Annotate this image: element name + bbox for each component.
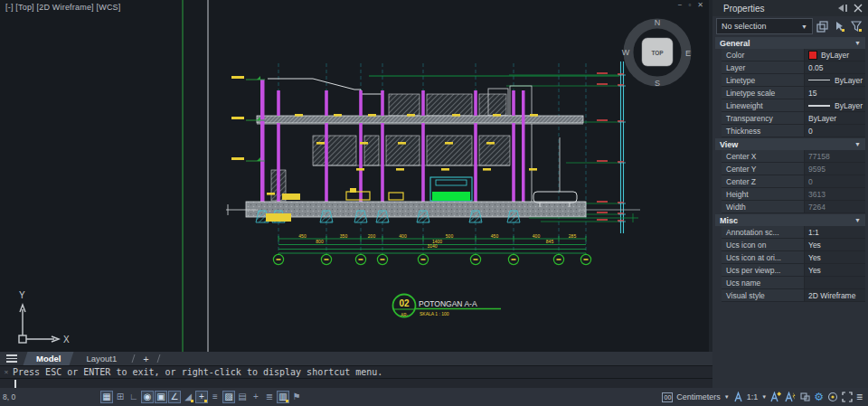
- property-row: Center Y9595: [722, 163, 865, 175]
- auto-hide-icon[interactable]: [837, 4, 849, 13]
- property-row: LineweightByLayer: [722, 99, 865, 112]
- property-label: Center Z: [722, 175, 805, 187]
- property-value[interactable]: ByLayer: [805, 49, 865, 61]
- property-row: Center Z0: [722, 175, 865, 188]
- property-value[interactable]: 0: [805, 125, 865, 137]
- property-value[interactable]: Yes: [805, 264, 865, 276]
- dynamic-input-icon[interactable]: +: [195, 391, 208, 403]
- isometric-drafting-icon[interactable]: ▣: [155, 391, 167, 403]
- section-header[interactable]: Misc▼: [715, 214, 865, 226]
- property-label: Ucs icon on: [722, 239, 805, 250]
- property-row: Ucs icon onYes: [722, 239, 865, 251]
- ortho-mode-icon[interactable]: ∟: [127, 391, 140, 403]
- text-cursor: [14, 380, 16, 388]
- property-row: Center X77158: [722, 150, 865, 163]
- sheet-tag: AR-: [401, 313, 408, 317]
- dropdown-caret-icon: ▼: [801, 24, 807, 30]
- dimension-value: 450: [491, 233, 499, 239]
- compass-south[interactable]: S: [655, 79, 660, 88]
- annotation-scale-icon[interactable]: [733, 392, 743, 402]
- property-value: 7264: [805, 201, 865, 212]
- units-badge[interactable]: 00: [662, 392, 673, 402]
- customize-icon[interactable]: ≡: [856, 391, 863, 403]
- property-value[interactable]: [805, 277, 865, 288]
- property-value[interactable]: ByLayer: [805, 112, 865, 124]
- property-row: Ucs name: [722, 277, 865, 289]
- command-close-icon[interactable]: ✕: [0, 368, 13, 376]
- property-label: Ucs name: [722, 277, 805, 288]
- property-value[interactable]: 2D Wireframe: [805, 289, 865, 301]
- property-label: Thickness: [722, 125, 805, 137]
- drawing-title: POTONGAN A-A: [419, 299, 477, 308]
- property-row: Ucs per viewp...Yes: [722, 264, 865, 277]
- drawing-canvas[interactable]: [-] [Top] [2D Wireframe] [WCS] − ▫ ✕: [0, 0, 712, 352]
- status-bar: 8, 0 ▦⊞∟◉▣∠◢+≡▨▤+≣▥⚑ 00 Centimeters ▼ 1:…: [0, 388, 868, 406]
- coordinates-display: 8, 0: [0, 392, 100, 401]
- property-value[interactable]: 15: [805, 87, 865, 99]
- annotation-monitor-icon[interactable]: ▥: [277, 391, 289, 403]
- property-row: Width7264: [722, 201, 865, 213]
- property-row: ColorByLayer: [722, 49, 865, 61]
- property-value: 0: [805, 175, 865, 187]
- color-swatch: [808, 51, 817, 60]
- units-label[interactable]: Centimeters: [676, 392, 721, 401]
- viewcube-face-label: TOP: [651, 50, 664, 56]
- section-header[interactable]: General▼: [715, 37, 865, 49]
- command-line[interactable]: ✕ Press ESC or ENTER to exit, or right-c…: [0, 365, 712, 389]
- selection-cycling-icon[interactable]: ▤: [236, 391, 249, 403]
- polar-tracking-icon[interactable]: ◉: [141, 391, 154, 403]
- workspace-flag-icon[interactable]: ⚑: [290, 391, 303, 403]
- select-objects-icon[interactable]: [832, 19, 847, 33]
- toggle-pickadd-icon[interactable]: [815, 19, 830, 33]
- viewcube[interactable]: TOP N S W E: [620, 14, 696, 92]
- lineweight-display-icon[interactable]: ≡: [209, 391, 222, 403]
- object-snap-icon[interactable]: ◢: [182, 391, 194, 403]
- property-value[interactable]: 1:1: [805, 226, 865, 238]
- tab-layout1[interactable]: Layout1: [73, 352, 129, 365]
- dimension-texts: 45035020040050045040028580014008453140: [298, 233, 576, 250]
- grid-display-icon[interactable]: ▦: [100, 391, 113, 403]
- units-caret-icon[interactable]: ▼: [724, 394, 730, 400]
- settings-gear-icon[interactable]: ⚙: [814, 391, 824, 403]
- property-value[interactable]: ByLayer: [805, 99, 865, 111]
- autocad-window: [-] [Top] [2D Wireframe] [WCS] − ▫ ✕: [0, 0, 868, 406]
- layout-menu-icon[interactable]: [0, 354, 24, 363]
- section-header[interactable]: View▼: [715, 138, 865, 150]
- workspace-icon[interactable]: [799, 392, 810, 402]
- property-label: Center X: [722, 150, 805, 162]
- clean-screen-icon[interactable]: [842, 392, 853, 402]
- quick-select-icon[interactable]: [849, 19, 864, 33]
- dimension-value: 400: [399, 233, 407, 239]
- tab-model[interactable]: Model: [24, 352, 73, 365]
- compass-north[interactable]: N: [655, 18, 661, 27]
- isolate-objects-icon[interactable]: [827, 392, 838, 402]
- property-value[interactable]: 0.05: [805, 61, 865, 73]
- drawing-title-block: 02 AR- POTONGAN A-A SKALA 1 : 100: [393, 295, 502, 318]
- construction-lines: [183, 0, 208, 352]
- property-label: Transparency: [722, 112, 805, 124]
- compass-east[interactable]: E: [685, 49, 691, 58]
- autoscale-icon[interactable]: [785, 392, 796, 402]
- property-label: Layer: [722, 61, 805, 73]
- annotation-scale-value[interactable]: 1:1: [747, 392, 759, 401]
- dimension-value: 285: [569, 233, 577, 239]
- transparency-icon[interactable]: ▨: [222, 391, 235, 403]
- property-value[interactable]: Yes: [805, 251, 865, 263]
- property-label: Annotation sc...: [722, 226, 805, 238]
- selection-dropdown[interactable]: No selection ▼: [716, 18, 813, 34]
- linetype-preview-icon: [808, 105, 830, 107]
- property-value[interactable]: Yes: [805, 239, 865, 250]
- add-layout-button[interactable]: +: [137, 354, 154, 364]
- close-icon[interactable]: [854, 4, 863, 13]
- compass-west[interactable]: W: [622, 48, 630, 57]
- object-snap-tracking-icon[interactable]: ∠: [168, 391, 181, 403]
- property-row: Ucs icon at ori...Yes: [722, 251, 865, 264]
- scale-caret-icon[interactable]: ▼: [761, 394, 767, 400]
- grid-bubbles: [273, 254, 590, 264]
- property-row: Annotation sc...1:1: [722, 226, 865, 239]
- annotation-visibility-icon[interactable]: [770, 392, 781, 402]
- property-value[interactable]: ByLayer: [805, 74, 865, 86]
- dynamic-ucs-icon[interactable]: ≣: [263, 391, 276, 403]
- snap-mode-icon[interactable]: ⊞: [114, 391, 127, 403]
- 3d-object-snap-icon[interactable]: +: [250, 391, 262, 403]
